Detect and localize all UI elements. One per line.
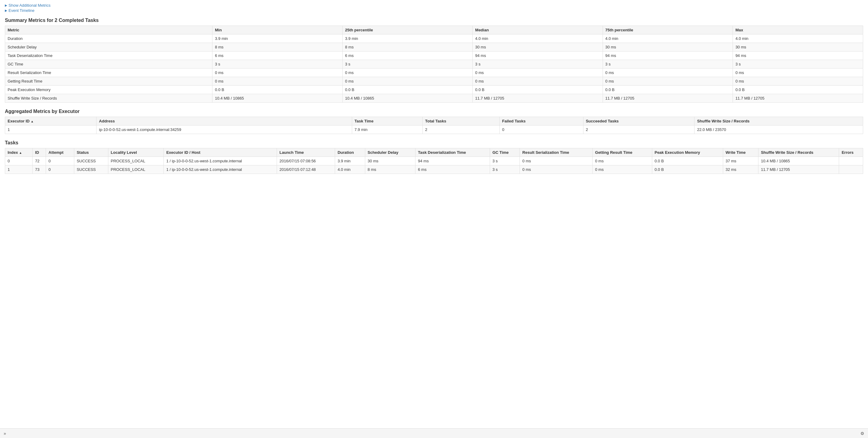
summary-row-value: 3.9 min [212,34,343,43]
summary-row-value: 0 ms [473,77,603,86]
summary-row: GC Time3 s3 s3 s3 s3 s [5,60,863,68]
agg-col-executor-id[interactable]: Executor ID ▲ [5,117,96,125]
aggregated-cell: 2 [423,125,499,134]
summary-row-value: 10.4 MB / 10865 [342,94,473,103]
task-cell: 4.0 min [335,166,365,174]
task-cell: PROCESS_LOCAL [108,157,164,166]
summary-row-value: 11.7 MB / 12705 [733,94,863,103]
summary-row-metric: Task Deserialization Time [5,52,212,60]
summary-col-25th: 25th percentile [342,26,473,34]
summary-row-value: 3 s [342,60,473,68]
summary-row-metric: Peak Execution Memory [5,86,212,94]
task-cell: 1 / ip-10-0-0-52.us-west-1.compute.inter… [164,166,277,174]
summary-row: Shuffle Write Size / Records10.4 MB / 10… [5,94,863,103]
tasks-col-locality-level: Locality Level [108,148,164,157]
task-cell: PROCESS_LOCAL [108,166,164,174]
tasks-col-task-deserialization-time: Task Deserialization Time [415,148,490,157]
task-cell: 10.4 MB / 10865 [758,157,839,166]
tasks-col-result-serialization-time: Result Serialization Time [520,148,593,157]
summary-row-value: 6 ms [212,52,343,60]
event-timeline-link[interactable]: ▶ Event Timeline [5,8,863,13]
summary-row-value: 3 s [212,60,343,68]
aggregated-cell: 22.0 MB / 23570 [694,125,863,134]
event-timeline-arrow: ▶ [5,9,7,12]
summary-row-value: 0.0 B [733,86,863,94]
summary-row: Getting Result Time0 ms0 ms0 ms0 ms0 ms [5,77,863,86]
tasks-col-duration: Duration [335,148,365,157]
summary-row-value: 11.7 MB / 12705 [473,94,603,103]
top-links: ▶ Show Additional Metrics ▶ Event Timeli… [5,3,863,13]
agg-col-total-tasks: Total Tasks [423,117,499,125]
summary-row-value: 30 ms [733,43,863,52]
tasks-col-write-time: Write Time [723,148,758,157]
agg-col-address: Address [96,117,352,125]
task-cell: 11.7 MB / 12705 [758,166,839,174]
summary-col-max: Max [733,26,863,34]
summary-row-value: 0 ms [212,77,343,86]
aggregated-row: 1ip-10-0-0-52.us-west-1.compute.internal… [5,125,863,134]
summary-row-value: 3 s [473,60,603,68]
summary-row-metric: Shuffle Write Size / Records [5,94,212,103]
tasks-col-index[interactable]: Index ▲ [5,148,33,157]
summary-row: Task Deserialization Time6 ms6 ms94 ms94… [5,52,863,60]
summary-row: Peak Execution Memory0.0 B0.0 B0.0 B0.0 … [5,86,863,94]
summary-row-value: 11.7 MB / 12705 [602,94,733,103]
summary-col-metric: Metric [5,26,212,34]
tasks-header-row: Index ▲ ID Attempt Status Locality Level… [5,148,863,157]
summary-row-value: 0.0 B [602,86,733,94]
summary-row-value: 0 ms [602,77,733,86]
task-cell: 0 [46,166,74,174]
tasks-col-launch-time: Launch Time [277,148,335,157]
summary-row-value: 3 s [602,60,733,68]
tasks-col-attempt: Attempt [46,148,74,157]
tasks-table: Index ▲ ID Attempt Status Locality Level… [5,148,863,174]
task-row: 0720SUCCESSPROCESS_LOCAL1 / ip-10-0-0-52… [5,157,863,166]
summary-row-value: 0 ms [212,68,343,77]
summary-row-value: 10.4 MB / 10865 [212,94,343,103]
aggregated-cell: 7.9 min [352,125,423,134]
task-cell: 0 ms [520,166,593,174]
summary-row-metric: Duration [5,34,212,43]
summary-row-value: 0 ms [602,68,733,77]
summary-row-value: 0 ms [473,68,603,77]
task-cell: SUCCESS [74,166,108,174]
summary-row-metric: Getting Result Time [5,77,212,86]
task-cell: 0.0 B [652,157,723,166]
task-cell: 3.9 min [335,157,365,166]
agg-col-succeeded-tasks: Succeeded Tasks [583,117,694,125]
agg-col-failed-tasks: Failed Tasks [499,117,583,125]
event-timeline-anchor[interactable]: Event Timeline [8,8,34,13]
task-cell: 0 [46,157,74,166]
summary-row-value: 4.0 min [602,34,733,43]
summary-row-value: 94 ms [473,52,603,60]
summary-col-median: Median [473,26,603,34]
task-cell: 30 ms [365,157,415,166]
summary-row-value: 30 ms [602,43,733,52]
agg-col-shuffle-write: Shuffle Write Size / Records [694,117,863,125]
summary-row-value: 94 ms [733,52,863,60]
show-additional-metrics-link[interactable]: ▶ Show Additional Metrics [5,3,863,8]
task-cell: 8 ms [365,166,415,174]
summary-row-value: 8 ms [342,43,473,52]
summary-row: Scheduler Delay8 ms8 ms30 ms30 ms30 ms [5,43,863,52]
tasks-col-scheduler-delay: Scheduler Delay [365,148,415,157]
summary-row-metric: Result Serialization Time [5,68,212,77]
summary-row: Duration3.9 min3.9 min4.0 min4.0 min4.0 … [5,34,863,43]
aggregated-cell: 0 [499,125,583,134]
task-cell: 6 ms [415,166,490,174]
summary-row-value: 30 ms [473,43,603,52]
summary-row-value: 0.0 B [212,86,343,94]
summary-table: Metric Min 25th percentile Median 75th p… [5,26,863,103]
summary-header-row: Metric Min 25th percentile Median 75th p… [5,26,863,34]
agg-col-task-time: Task Time [352,117,423,125]
task-cell: 2016/07/15 07:12:48 [277,166,335,174]
tasks-col-gc-time: GC Time [490,148,520,157]
task-cell: 3 s [490,157,520,166]
aggregated-header-row: Executor ID ▲ Address Task Time Total Ta… [5,117,863,125]
show-additional-metrics-anchor[interactable]: Show Additional Metrics [8,3,51,8]
task-cell: 0 ms [593,166,652,174]
task-cell: 0 ms [593,157,652,166]
summary-row-value: 94 ms [602,52,733,60]
summary-row-value: 8 ms [212,43,343,52]
task-row: 1730SUCCESSPROCESS_LOCAL1 / ip-10-0-0-52… [5,166,863,174]
